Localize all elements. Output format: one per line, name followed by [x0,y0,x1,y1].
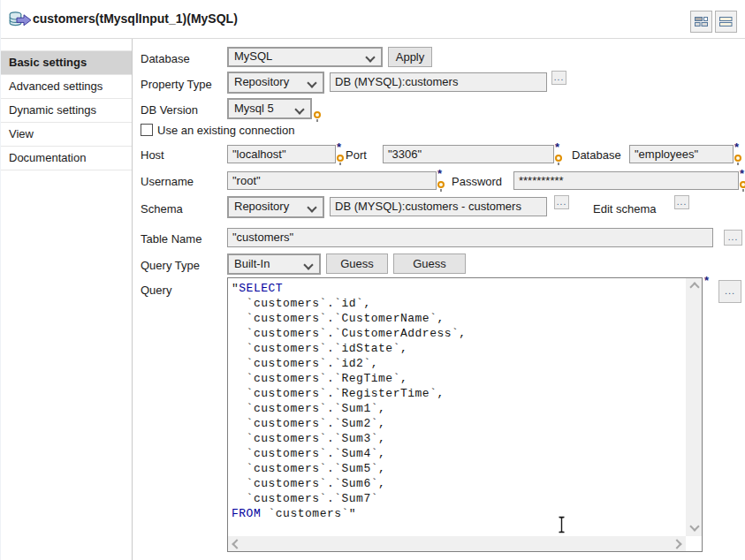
scroll-left-icon[interactable] [232,539,241,549]
required-marker: * [740,167,744,180]
chevron-down-icon [307,202,316,212]
sidebar-item-documentation[interactable]: Documentation [1,147,132,170]
query-line: `customers`.`id2`, [232,357,378,370]
required-marker: * [555,140,559,154]
hint-lightbulb-icon [314,111,321,118]
sidebar-item-advanced-settings[interactable]: Advanced settings [1,75,132,99]
hint-lightbulb-icon [555,155,562,162]
hint-lightbulb-icon [740,181,745,188]
chevron-down-icon [294,104,304,114]
query-line: `customers`.`Sum7` [232,492,378,505]
query-type-select[interactable]: Built-In [227,254,321,275]
required-marker: * [337,140,341,154]
scroll-down-icon[interactable] [689,521,699,531]
db-version-select-value: Mysql 5 [234,102,274,115]
chevron-down-icon [365,52,375,62]
property-type-select[interactable]: Repository [227,72,324,94]
required-marker: * [734,140,739,154]
layout-rows-button[interactable] [715,11,737,33]
db-version-select[interactable]: Mysql 5 [227,98,312,119]
component-settings-panel: customers(tMysqlInput_1)(MySQL) Basic se… [0,0,745,560]
port-input[interactable]: "3306" [383,145,554,163]
query-line: `customers`.`CustomerAddress`, [232,327,467,340]
edit-schema-label: Edit schema [593,202,657,216]
hint-lightbulb-icon [734,155,741,162]
host-input[interactable]: "localhost" [227,145,336,163]
password-input[interactable]: ********** [513,171,739,190]
sidebar-item-dynamic-settings[interactable]: Dynamic settings [1,99,132,123]
db-version-label: DB Version [141,103,198,117]
columns-layout-icon [694,14,709,29]
query-line: `customers`.`Sum3`, [232,432,385,445]
query-line: `customers`.`idState`, [232,342,407,355]
query-more-button[interactable]: ... [718,280,741,303]
database-select[interactable]: MySQL [227,47,383,67]
chevron-down-icon [307,78,316,87]
property-type-label: Property Type [141,78,212,91]
sidebar-item-view[interactable]: View [1,123,132,147]
query-line: `customers`.`Sum5`, [232,462,385,475]
horizontal-scrollbar[interactable] [228,536,686,551]
required-marker: * [437,167,442,180]
table-name-input[interactable]: "customers" [227,228,713,247]
username-input[interactable]: "root" [227,171,437,190]
page-title: customers(tMysqlInput_1)(MySQL) [33,11,238,26]
port-label: Port [346,148,367,162]
username-label: Username [141,175,194,188]
table-name-more-button[interactable]: ... [724,230,742,246]
query-label: Query [141,284,171,297]
hint-lightbulb-icon [337,155,344,162]
query-sql-text: "SELECT `customers`.`id`, `customers`.`C… [232,281,467,521]
vertical-scrollbar[interactable] [686,278,702,536]
use-existing-connection-checkbox[interactable] [141,124,153,136]
guess-schema-button[interactable]: Guess schema [393,254,466,274]
query-line: `customers`.`RegTime`, [232,372,407,385]
sidebar-item-basic-settings[interactable]: Basic settings [1,50,132,75]
password-label: Password [452,175,502,188]
schema-type-select-value: Repository [234,200,289,213]
query-line: "SELECT [232,282,290,295]
use-existing-connection-label: Use an existing connection [157,124,294,137]
titlebar: customers(tMysqlInput_1)(MySQL) [1,0,745,39]
mysql-input-component-icon [9,11,32,31]
settings-sidebar: Basic settingsAdvanced settingsDynamic s… [1,39,133,560]
edit-schema-more-button[interactable]: ... [674,195,689,209]
hint-lightbulb-icon [437,181,445,188]
query-editor[interactable]: "SELECT `customers`.`id`, `customers`.`C… [227,277,703,552]
database-name-input[interactable]: "employees" [629,145,734,163]
database-name-label: Database [572,148,621,162]
query-line: FROM `customers`" [232,507,356,520]
text-cursor-icon [558,516,566,536]
query-line: `customers`.`Sum1`, [232,402,385,415]
rows-layout-icon [718,14,734,29]
query-line: `customers`.`RegisterTime`, [232,387,445,400]
query-line: `customers`.`id`, [232,297,371,310]
database-label: Database [141,52,190,65]
database-select-value: MySQL [234,49,272,63]
scroll-up-icon[interactable] [689,282,699,291]
table-name-label: Table Name [141,232,201,246]
query-line: `customers`.`Sum6`, [232,477,385,490]
schema-repository-field[interactable]: DB (MYSQL):customers - customers [330,197,547,216]
chevron-down-icon [303,260,313,269]
schema-type-select[interactable]: Repository [227,196,324,218]
query-type-label: Query Type [141,259,200,272]
query-type-select-value: Built-In [234,257,270,270]
schema-repository-more-button[interactable]: ... [554,195,569,209]
query-line: `customers`.`Sum4`, [232,447,385,460]
guess-query-button[interactable]: Guess Query [326,254,388,274]
host-label: Host [141,148,164,162]
required-marker: * [704,274,709,287]
sidebar-list: Basic settingsAdvanced settingsDynamic s… [1,50,132,170]
scroll-right-icon[interactable] [672,539,681,549]
query-line: `customers`.`Sum2`, [232,417,385,430]
property-type-select-value: Repository [234,75,289,88]
layout-columns-button[interactable] [690,11,712,33]
apply-button[interactable]: Apply [388,47,432,67]
property-repository-field[interactable]: DB (MYSQL):customers [330,72,547,92]
schema-label: Schema [141,202,183,216]
property-repository-more-button[interactable]: ... [551,71,566,85]
query-line: `customers`.`CustomerName`, [232,312,445,325]
